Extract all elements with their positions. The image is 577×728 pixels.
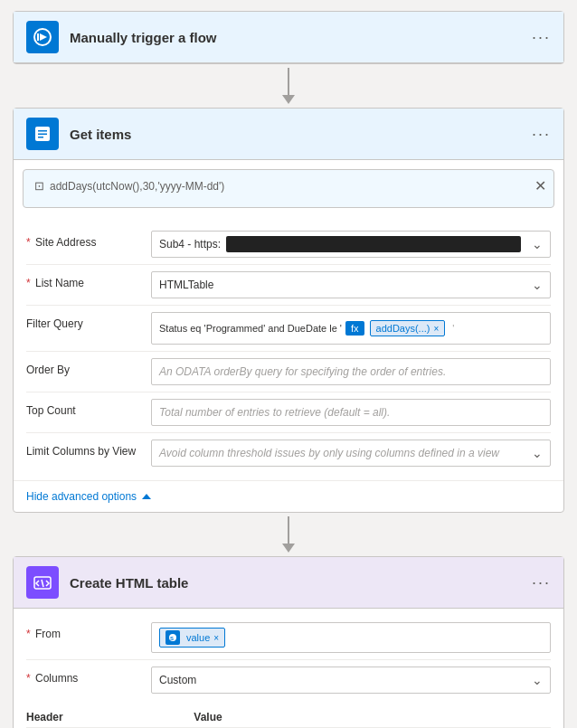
limit-columns-row: Limit Columns by View Avoid column thres… [26,433,551,473]
trigger-card-header: Manually trigger a flow ··· [14,12,563,63]
adddays-tag-close[interactable]: × [433,324,439,334]
hide-advanced-chevron-up [142,494,151,499]
order-by-row: Order By An ODATA orderBy query for spec… [26,352,551,392]
create-html-form: * From S value × [14,609,563,707]
col-header-value: Value [194,711,529,723]
filter-query-control[interactable]: Status eq 'Programmed' and DueDate le ' … [151,312,551,345]
get-items-header: Get items ··· [14,109,563,160]
adddays-tag: addDays(...) × [370,320,446,336]
top-count-control[interactable]: Total number of entries to retrieve (def… [151,399,551,426]
svg-text:S: S [170,636,174,641]
columns-label: * Columns [26,667,144,685]
limit-columns-control[interactable]: Avoid column threshold issues by only us… [151,440,551,467]
filter-query-label: Filter Query [26,312,144,330]
arrow-connector-2 [282,513,295,556]
arrow-head-2 [282,544,295,553]
get-items-title: Get items [70,127,521,142]
create-html-icon [26,566,59,599]
arrow-line-1 [288,68,289,95]
flow-container: Manually trigger a flow ··· Get items ··… [0,0,577,728]
trigger-dots-menu[interactable]: ··· [532,28,551,47]
svg-line-7 [42,580,43,587]
columns-control[interactable]: Custom ⌄ [151,667,551,694]
limit-columns-dropdown-arrow[interactable]: ⌄ [532,446,543,460]
col-header-header: Header [26,711,194,723]
list-name-dropdown-arrow[interactable]: ⌄ [532,278,543,292]
create-html-card: Create HTML table ··· * From S [13,556,564,728]
list-name-row: * List Name HTMLTable ⌄ [26,265,551,306]
get-items-form: * Site Address Sub4 - https: ⌄ * List Na… [14,217,563,480]
from-row: * From S value × [26,616,551,660]
filter-query-row: Filter Query Status eq 'Programmed' and … [26,306,551,352]
top-count-label: Top Count [26,399,144,417]
from-sharepoint-icon: S [166,630,180,645]
create-html-dots-menu[interactable]: ··· [532,573,551,592]
get-items-dots-menu[interactable]: ··· [532,125,551,144]
expanded-days-label: ⊡ addDays(utcNow(),30,'yyyy-MM-dd') [34,179,543,193]
top-count-row: Top Count Total number of entries to ret… [26,392,551,433]
expanded-days-section: ⊡ addDays(utcNow(),30,'yyyy-MM-dd') ✕ [23,169,554,208]
from-label: * From [26,622,144,640]
limit-columns-label: Limit Columns by View [26,440,144,458]
trigger-icon [26,21,59,53]
site-address-blacked [226,236,521,252]
list-name-label: * List Name [26,271,144,289]
order-by-label: Order By [26,358,144,376]
svg-rect-4 [38,134,47,136]
arrow-head-1 [282,95,295,104]
get-items-icon [26,118,59,150]
arrow-line-2 [288,516,289,544]
trigger-title: Manually trigger a flow [70,30,521,45]
columns-row: * Columns Custom ⌄ [26,660,551,700]
columns-table-header: Header Value [26,707,551,728]
svg-rect-3 [38,130,47,132]
columns-table: Header Value Title S Title × ✕ [14,707,563,728]
expanded-close-button[interactable]: ✕ [534,177,546,194]
create-html-title: Create HTML table [70,575,521,591]
get-items-hide-advanced[interactable]: Hide advanced options [14,480,563,512]
site-address-row: * Site Address Sub4 - https: ⌄ [26,224,551,265]
svg-rect-5 [38,137,43,138]
columns-dropdown-arrow[interactable]: ⌄ [532,673,543,687]
trigger-card: Manually trigger a flow ··· [13,11,564,64]
arrow-connector-1 [282,64,295,108]
from-tag-close[interactable]: × [213,633,219,643]
from-value-tag: S value × [159,628,225,648]
list-name-control[interactable]: HTMLTable ⌄ [151,271,551,298]
site-address-label: * Site Address [26,231,144,249]
create-html-header: Create HTML table ··· [14,557,563,609]
order-by-control[interactable]: An ODATA orderBy query for specifying th… [151,358,551,385]
site-address-dropdown-arrow[interactable]: ⌄ [532,237,543,251]
fx-badge: fx [345,321,364,336]
get-items-card: Get items ··· ⊡ addDays(utcNow(),30,'yyy… [13,108,564,513]
site-address-control[interactable]: Sub4 - https: ⌄ [151,231,551,258]
from-control[interactable]: S value × [151,622,551,653]
